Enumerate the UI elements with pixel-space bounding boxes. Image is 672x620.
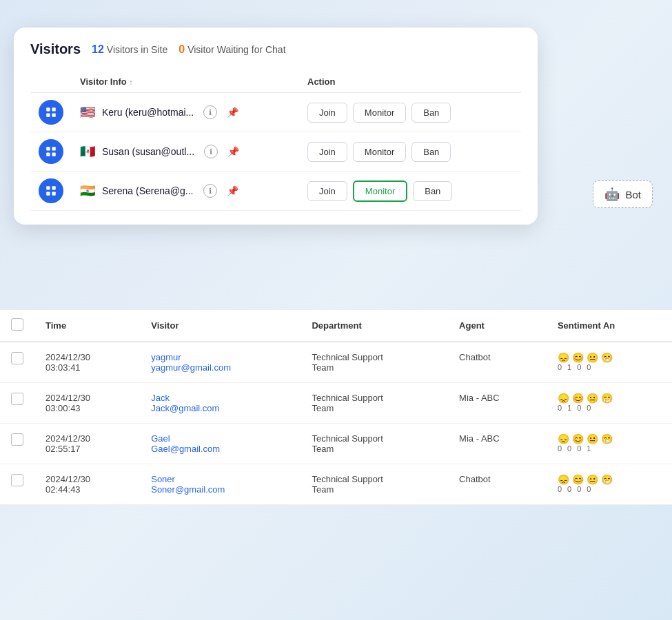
monitor-button[interactable]: Monitor [353, 103, 406, 123]
popup-title: Visitors [30, 41, 81, 57]
pin-icon[interactable]: 📌 [227, 107, 238, 118]
agent-cell: Chatbot [448, 464, 547, 505]
table-row: 2024/12/30 02:55:17 Gael Gael@gmail.com … [0, 424, 672, 464]
row-checkbox[interactable] [11, 474, 23, 486]
col-sentiment: Sentiment An [547, 310, 672, 342]
col-checkbox [0, 310, 34, 342]
sentiment-emoji: 😁 [601, 433, 613, 444]
ban-button[interactable]: Ban [413, 181, 452, 201]
info-icon[interactable]: ℹ [204, 145, 218, 158]
agent-cell: Chatbot [448, 342, 547, 383]
row-indicator [30, 132, 72, 172]
row-checkbox-cell [0, 342, 34, 383]
visitors-in-site-label: Visitors in Site [107, 44, 167, 55]
bot-button[interactable]: 🤖 Bot [593, 180, 653, 208]
popup-header: Visitors 12 Visitors in Site 0 Visitor W… [30, 41, 521, 57]
table-row: 2024/12/30 03:00:43 Jack Jack@gmail.com … [0, 383, 672, 424]
col-time: Time [34, 310, 140, 342]
waiting-label: Visitor Waiting for Chat [187, 44, 285, 55]
sort-icon: ↑ [129, 78, 133, 86]
department-cell: Technical SupportTeam [301, 383, 448, 424]
time-cell: 2024/12/30 03:00:43 [34, 383, 140, 424]
ban-button[interactable]: Ban [411, 103, 451, 123]
svg-rect-6 [46, 153, 50, 156]
row-checkbox[interactable] [11, 393, 23, 405]
visitor-name-link[interactable]: Gael [151, 433, 289, 444]
popup-table-row: 🇺🇸 Keru (keru@hotmai... ℹ 📌 Join Monitor… [30, 93, 521, 132]
visitor-email-link[interactable]: yagmur@gmail.com [151, 362, 289, 373]
agent-cell: Mia - ABC [448, 424, 547, 464]
info-icon[interactable]: ℹ [203, 105, 217, 119]
sentiment-count: 0 [558, 444, 562, 453]
col-department: Department [301, 310, 448, 342]
svg-rect-11 [52, 192, 56, 196]
sentiment-count: 0 [558, 485, 562, 493]
row-checkbox[interactable] [11, 433, 23, 446]
svg-rect-5 [52, 147, 56, 150]
bot-label: Bot [625, 189, 641, 200]
sentiment-count: 0 [577, 444, 581, 453]
visitor-name-link[interactable]: Jack [151, 393, 289, 403]
sentiment-count: 0 [577, 404, 581, 412]
monitor-button[interactable]: Monitor [353, 180, 407, 202]
row-indicator [30, 172, 72, 211]
department-cell: Technical SupportTeam [301, 342, 448, 383]
sentiment-count: 0 [567, 444, 571, 453]
visitor-email-link[interactable]: Jack@gmail.com [151, 403, 289, 413]
visitor-flag: 🇮🇳 [80, 183, 95, 198]
visitor-email-link[interactable]: Soner@gmail.com [151, 484, 289, 495]
ban-button[interactable]: Ban [411, 142, 451, 162]
sentiment-emoji: 😊 [572, 393, 584, 404]
sentiment-count: 1 [567, 363, 571, 371]
time-cell: 2024/12/30 02:44:43 [34, 464, 140, 505]
col-visitor: Visitor [140, 310, 301, 342]
popup-table-row: 🇲🇽 Susan (susan@outl... ℹ 📌 Join Monitor… [30, 132, 521, 172]
visitor-cell: Gael Gael@gmail.com [140, 424, 301, 464]
join-button[interactable]: Join [307, 142, 347, 162]
sentiment-count: 0 [558, 404, 562, 412]
visitors-table: Visitor Info ↑ Action 🇺🇸 Keru (keru@hot [30, 71, 521, 211]
svg-rect-9 [52, 186, 56, 189]
visitor-indicator-icon [39, 139, 63, 164]
visitor-email-link[interactable]: Gael@gmail.com [151, 444, 289, 454]
sentiment-count: 0 [558, 363, 562, 371]
department-cell: Technical SupportTeam [301, 464, 448, 505]
svg-rect-2 [46, 114, 50, 117]
visitor-name-link[interactable]: Soner [151, 474, 289, 484]
visitor-name: Susan (susan@outl... [102, 146, 194, 157]
sentiment-emoji: 😞 [558, 433, 569, 444]
table-row: 2024/12/30 03:03:41 yagmur yagmur@gmail.… [0, 342, 672, 383]
sentiment-emoji: 😊 [572, 433, 584, 444]
col-visitor-info: Visitor Info ↑ [72, 71, 299, 93]
popup-table-row: 🇮🇳 Serena (Serena@g... ℹ 📌 Join Monitor … [30, 172, 521, 211]
visitor-cell: yagmur yagmur@gmail.com [140, 342, 301, 383]
visitor-info-wrapper: 🇺🇸 Keru (keru@hotmai... ℹ 📌 [80, 105, 291, 120]
header-checkbox[interactable] [11, 318, 23, 331]
sentiment-count: 1 [567, 404, 571, 412]
sentiment-emoji: 😐 [587, 474, 598, 485]
visitor-name: Keru (keru@hotmai... [102, 107, 194, 118]
sentiment-cell: 😞😊😐😁 0001 [547, 424, 672, 464]
sentiment-emoji: 😞 [558, 352, 569, 363]
svg-rect-4 [46, 147, 50, 150]
visitor-indicator-icon [39, 178, 63, 203]
join-button[interactable]: Join [307, 181, 347, 201]
sentiment-count: 0 [567, 485, 571, 493]
join-button[interactable]: Join [307, 103, 347, 123]
visitor-indicator-icon [39, 100, 63, 125]
sentiment-emoji: 😞 [558, 474, 569, 485]
row-checkbox[interactable] [11, 352, 23, 364]
visitor-name-link[interactable]: yagmur [151, 352, 289, 362]
sentiment-count: 0 [587, 485, 591, 493]
info-icon[interactable]: ℹ [203, 184, 217, 198]
sentiment-emoji: 😊 [572, 352, 584, 363]
sentiment-emoji: 😁 [601, 393, 613, 404]
visitor-cell: Soner Soner@gmail.com [140, 464, 301, 505]
action-buttons: Join Monitor Ban [307, 103, 513, 123]
time-cell: 2024/12/30 02:55:17 [34, 424, 140, 464]
pin-icon[interactable]: 📌 [227, 185, 238, 196]
monitor-button[interactable]: Monitor [353, 142, 406, 162]
sentiment-emoji: 😊 [572, 474, 584, 485]
pin-icon[interactable]: 📌 [227, 146, 239, 157]
bot-icon: 🤖 [604, 187, 620, 202]
